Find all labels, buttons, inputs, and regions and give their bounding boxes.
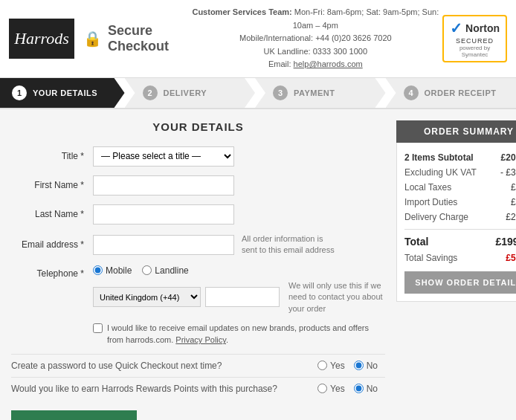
quick-checkout-row: Create a password to use Quick Checkout … xyxy=(11,354,385,377)
header: Harrods 🔒 Secure Checkout Customer Servi… xyxy=(0,0,516,78)
step-1[interactable]: 1 YOUR DETAILS xyxy=(0,78,125,108)
norton-secured-text: SECURED xyxy=(450,37,500,45)
rw-no-label[interactable]: No xyxy=(354,384,378,394)
duties-label: Import Duties xyxy=(404,197,457,207)
norton-powered-text: powered by Symantec xyxy=(450,45,500,58)
telephone-controls: Mobile Landline United Kingdom (+44) We … xyxy=(93,265,385,314)
email-row: Email address * All order information is… xyxy=(11,233,385,256)
qc-no-label[interactable]: No xyxy=(354,361,378,371)
newsletter-label[interactable]: I would like to receive email updates on… xyxy=(107,322,385,346)
tel-number-input[interactable] xyxy=(205,287,280,307)
privacy-link[interactable]: Privacy Policy xyxy=(175,335,226,344)
telephone-label: Telephone * xyxy=(11,265,93,279)
tel-input-row: United Kingdom (+44) We will only use th… xyxy=(93,280,385,314)
order-summary-title: ORDER SUMMARY xyxy=(396,120,516,143)
show-order-details-button[interactable]: SHOW ORDER DETAILS xyxy=(404,271,516,294)
landline-radio-label[interactable]: Landline xyxy=(142,265,188,276)
title-row: Title * — Please select a title — MrMrsM… xyxy=(11,146,385,167)
logo-box: Harrods xyxy=(9,19,74,59)
title-select[interactable]: — Please select a title — MrMrsMissMsDr xyxy=(93,146,234,167)
lock-icon: 🔒 xyxy=(83,30,102,48)
last-name-label: Last Name * xyxy=(11,209,93,219)
newsletter-checkbox[interactable] xyxy=(93,323,103,333)
btn-row: NEXT: DELIVERY › xyxy=(11,410,385,420)
rw-yes-label[interactable]: Yes xyxy=(317,384,345,394)
summary-row-delivery: Delivery Charge £25.00 xyxy=(404,210,516,224)
email-note: All order information is sent to this em… xyxy=(242,233,338,256)
step-4-num: 4 xyxy=(404,85,419,100)
norton-badge: ✓ Norton SECURED powered by Symantec xyxy=(442,15,507,62)
step-1-num: 1 xyxy=(12,85,27,100)
next-delivery-button[interactable]: NEXT: DELIVERY › xyxy=(11,410,137,420)
total-value: £199.95 xyxy=(495,236,516,248)
step-2-label: DELIVERY xyxy=(164,88,207,97)
qc-yes-radio[interactable] xyxy=(317,361,327,370)
secure-checkout-area: 🔒 Secure Checkout xyxy=(83,23,189,54)
tel-note: We will only use this if we need to cont… xyxy=(288,280,385,314)
vat-value: - £35.00 xyxy=(500,167,516,178)
contact-mobile: Mobile/International: +44 (0)20 3626 702… xyxy=(189,32,443,45)
contact-info: Customer Services Team: Mon-Fri: 8am-6pm… xyxy=(189,6,443,71)
logo-text: Harrods xyxy=(14,29,69,48)
country-code-select[interactable]: United Kingdom (+44) xyxy=(93,287,201,307)
email-input[interactable] xyxy=(93,235,234,255)
contact-team: Customer Services Team: xyxy=(192,7,291,16)
taxes-label: Local Taxes xyxy=(404,182,451,193)
total-label: Total xyxy=(404,236,428,248)
step-2[interactable]: 2 DELIVERY xyxy=(125,78,256,108)
qc-yes-label[interactable]: Yes xyxy=(317,361,345,371)
first-name-row: First Name * xyxy=(11,175,385,196)
vat-label: Excluding UK VAT xyxy=(404,167,477,178)
contact-landline: UK Landline: 0333 300 1000 xyxy=(264,47,367,56)
quick-checkout-options: Yes No xyxy=(317,361,378,371)
contact-email-link[interactable]: help@harrods.com xyxy=(294,59,363,68)
step-3-num: 3 xyxy=(273,85,288,100)
last-name-row: Last Name * xyxy=(11,204,385,224)
newsletter-row: I would like to receive email updates on… xyxy=(93,322,385,346)
mobile-radio[interactable] xyxy=(93,265,103,275)
step-4[interactable]: 4 ORDER RECEIPT xyxy=(386,78,517,108)
savings-label: Total Savings xyxy=(404,253,457,263)
summary-row-total: Total £199.95 xyxy=(404,229,516,251)
summary-row-taxes: Local Taxes £0.00 xyxy=(404,180,516,195)
rw-no-radio[interactable] xyxy=(354,384,364,393)
taxes-value: £0.00 xyxy=(511,182,516,193)
norton-brand: Norton xyxy=(465,22,500,34)
step-1-label: YOUR DETAILS xyxy=(33,88,97,97)
step-3-label: PAYMENT xyxy=(294,88,335,97)
qc-no-radio[interactable] xyxy=(354,361,364,370)
contact-email-label: Email: xyxy=(268,59,291,68)
email-label: Email address * xyxy=(11,239,93,250)
savings-value: £55.05 xyxy=(506,253,516,263)
steps-nav: 1 YOUR DETAILS 2 DELIVERY 3 PAYMENT 4 OR… xyxy=(0,78,516,109)
rewards-options: Yes No xyxy=(317,384,378,394)
summary-row-duties: Import Duties £0.00 xyxy=(404,195,516,210)
norton-checkmark-icon: ✓ xyxy=(450,19,462,37)
rw-yes-radio[interactable] xyxy=(317,384,327,393)
form-title: YOUR DETAILS xyxy=(11,120,385,133)
first-name-label: First Name * xyxy=(11,180,93,190)
contact-hours: Mon-Fri: 8am-6pm; Sat: 9am-5pm; Sun: 10a… xyxy=(293,7,439,30)
mobile-radio-label[interactable]: Mobile xyxy=(93,265,132,276)
summary-row-savings: Total Savings £55.05 xyxy=(404,251,516,265)
title-label: Title * xyxy=(11,151,93,161)
landline-radio[interactable] xyxy=(142,265,152,275)
order-summary-body: 2 Items Subtotal £209.95 Excluding UK VA… xyxy=(396,143,516,302)
secure-checkout-label: Secure Checkout xyxy=(108,23,189,54)
step-3[interactable]: 3 PAYMENT xyxy=(255,78,386,108)
step-4-label: ORDER RECEIPT xyxy=(425,88,497,97)
delivery-label: Delivery Charge xyxy=(404,212,468,222)
norton-top: ✓ Norton xyxy=(450,19,500,37)
subtotal-value: £209.95 xyxy=(501,152,516,163)
tel-radio-group: Mobile Landline xyxy=(93,265,385,276)
last-name-input[interactable] xyxy=(93,204,234,224)
quick-checkout-question: Create a password to use Quick Checkout … xyxy=(11,361,317,371)
rewards-question: Would you like to earn Harrods Rewards P… xyxy=(11,384,317,394)
step-2-num: 2 xyxy=(143,85,158,100)
order-summary: ORDER SUMMARY 2 Items Subtotal £209.95 E… xyxy=(396,120,516,420)
summary-row-vat: Excluding UK VAT - £35.00 xyxy=(404,165,516,180)
subtotal-label: 2 Items Subtotal xyxy=(404,152,474,163)
form-section: YOUR DETAILS Title * — Please select a t… xyxy=(11,120,385,420)
main-content: YOUR DETAILS Title * — Please select a t… xyxy=(0,109,516,420)
first-name-input[interactable] xyxy=(93,175,234,196)
